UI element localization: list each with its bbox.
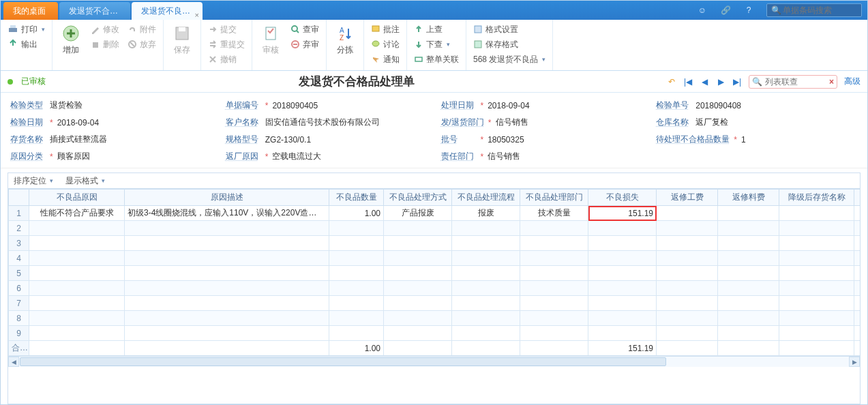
label-insptype: 检验类型	[10, 100, 46, 111]
value-wh: 返厂复检	[695, 117, 728, 128]
title-bar: 已审核 发退货不合格品处理单 ↶ |◀ ◀ ▶ ▶| 🔍 × 高级	[1, 71, 867, 93]
sort-locate-button[interactable]: 排序定位▾	[14, 175, 53, 187]
save-format-button[interactable]: 保存格式	[470, 38, 548, 51]
value-retcause: 空载电流过大	[272, 151, 321, 162]
help-icon[interactable]: ?	[743, 5, 754, 16]
value-dept: 信号销售	[496, 117, 528, 128]
abandon-button[interactable]: 弃审	[288, 38, 322, 51]
print-button[interactable]: 打印▾	[5, 22, 48, 36]
col-loss[interactable]: 不良损失	[588, 190, 657, 206]
svg-rect-15	[475, 26, 481, 33]
submit-button[interactable]: 提交	[205, 22, 248, 36]
add-button[interactable]: 增加	[57, 22, 85, 56]
upcheck-button[interactable]: 上查	[411, 22, 462, 36]
label-docno: 单据编号	[226, 100, 261, 111]
table-row[interactable]: 2	[9, 221, 861, 236]
scroll-left-icon[interactable]: ◀	[8, 357, 19, 367]
col-desc[interactable]: 原因描述	[125, 190, 329, 206]
tab-1[interactable]: 发退货不合…	[59, 2, 130, 20]
notify-button[interactable]: 通知	[368, 52, 402, 66]
table-total-row: 合计 1.00 151.19	[9, 341, 861, 356]
delete-button[interactable]: 删除	[88, 38, 122, 51]
table-row[interactable]: 3	[9, 236, 861, 251]
ribbon: 打印▾ 输出 增加 修改 删除 附件 放弃	[1, 20, 867, 71]
advanced-link[interactable]: 高级	[844, 76, 860, 87]
value-inspdate: 2018-09-04	[57, 118, 99, 127]
col-rownum[interactable]	[9, 190, 29, 206]
bad-qty-button[interactable]: 568 发退货不良品▾	[470, 52, 548, 66]
label-wh: 仓库名称	[656, 117, 691, 128]
table-row[interactable]: 6	[9, 281, 861, 296]
search-icon: 🔍	[771, 5, 781, 16]
modify-button[interactable]: 修改	[88, 22, 122, 36]
table-row[interactable]: 7	[9, 296, 861, 311]
label-pending: 待处理不合格品数量	[656, 134, 730, 145]
export-button[interactable]: 输出	[5, 38, 48, 51]
col-labor[interactable]: 返修工费	[657, 190, 718, 206]
value-stock: 插接式硅整流器	[50, 134, 107, 145]
downcheck-button[interactable]: 下查▾	[411, 38, 462, 51]
col-mat[interactable]: 返修料费	[718, 190, 779, 206]
col-down[interactable]: 降级后存货名称	[779, 190, 854, 206]
value-insptype: 退货检验	[50, 100, 83, 111]
svg-text:A: A	[340, 27, 344, 34]
barcode-search-input[interactable]	[781, 5, 857, 16]
list-search[interactable]: 🔍 ×	[749, 75, 837, 89]
grid: 不良品原因 原因描述 不良品数量 不良品处理方式 不良品处理流程 不良品处理部门…	[8, 189, 860, 404]
col-cause[interactable]: 不良品原因	[29, 190, 125, 206]
next-icon[interactable]: ▶	[716, 77, 725, 87]
search-icon: 🔍	[752, 77, 762, 87]
svg-rect-3	[93, 42, 98, 48]
list-search-input[interactable]	[764, 76, 828, 87]
scroll-thumb[interactable]	[20, 357, 666, 366]
relate-button[interactable]: 整单关联	[411, 52, 462, 66]
col-extra[interactable]: 降	[854, 190, 861, 206]
discuss-button[interactable]: 讨论	[368, 38, 402, 51]
table-row[interactable]: 5	[9, 266, 861, 281]
format-set-button[interactable]: 格式设置	[470, 22, 548, 36]
col-method[interactable]: 不良品处理方式	[384, 190, 452, 206]
audit-button[interactable]: 审核	[256, 22, 285, 56]
resubmit-button[interactable]: 重提交	[205, 38, 248, 51]
undo-icon[interactable]: ↶	[667, 77, 676, 87]
close-icon[interactable]: ×	[195, 6, 199, 24]
attach-button[interactable]: 附件	[125, 22, 159, 36]
table-row[interactable]: 9	[9, 326, 861, 341]
svg-rect-14	[415, 57, 422, 61]
value-batch: 18050325	[488, 135, 524, 145]
last-icon[interactable]: ▶|	[732, 77, 742, 87]
sort-button[interactable]: AZ 分拣	[331, 22, 359, 56]
table-row[interactable]: 8	[9, 311, 861, 326]
discard-button[interactable]: 放弃	[125, 38, 159, 51]
tab-strip: 我的桌面 发退货不合… 发退货不良…× ☺ 🔗 ? 🔍	[1, 1, 867, 20]
highlighted-loss-cell[interactable]: 151.19	[588, 206, 657, 221]
tab-home[interactable]: 我的桌面	[3, 2, 58, 20]
form-header: 检验类型退货检验 单据编号*2018090405 处理日期*2018-09-04…	[1, 93, 867, 168]
table-row[interactable]: 4	[9, 251, 861, 266]
table-row[interactable]: 1 性能不符合产品要求 初级3-4线圈烧混线，应输入110V，误输入220V造……	[9, 206, 861, 221]
label-causecat: 原因分类	[10, 151, 46, 162]
label-inspdate: 检验日期	[10, 117, 46, 128]
smile-icon[interactable]: ☺	[697, 5, 708, 16]
clear-icon[interactable]: ×	[829, 77, 834, 87]
label-spec: 规格型号	[226, 134, 261, 145]
label-procdate: 处理日期	[441, 100, 477, 111]
cancel-button[interactable]: 撤销	[205, 52, 248, 66]
save-button[interactable]: 保存	[168, 22, 196, 56]
scroll-right-icon[interactable]: ▶	[849, 357, 860, 367]
label-batch: 批号	[441, 134, 477, 145]
query-button[interactable]: 查审	[288, 22, 322, 36]
horizontal-scrollbar[interactable]: ◀ ▶	[8, 356, 860, 367]
batch-button[interactable]: 批注	[368, 22, 402, 36]
display-format-button[interactable]: 显示格式▾	[65, 175, 105, 187]
label-stock: 存货名称	[10, 134, 46, 145]
first-icon[interactable]: |◀	[683, 77, 693, 87]
link-icon[interactable]: 🔗	[720, 5, 731, 16]
barcode-search[interactable]: 🔍	[766, 3, 862, 17]
prev-icon[interactable]: ◀	[700, 77, 709, 87]
col-pdept[interactable]: 不良品处理部门	[520, 190, 588, 206]
col-flow[interactable]: 不良品处理流程	[452, 190, 520, 206]
col-qty[interactable]: 不良品数量	[329, 190, 384, 206]
svg-rect-12	[372, 26, 379, 31]
tab-2-active[interactable]: 发退货不良…×	[132, 2, 203, 20]
